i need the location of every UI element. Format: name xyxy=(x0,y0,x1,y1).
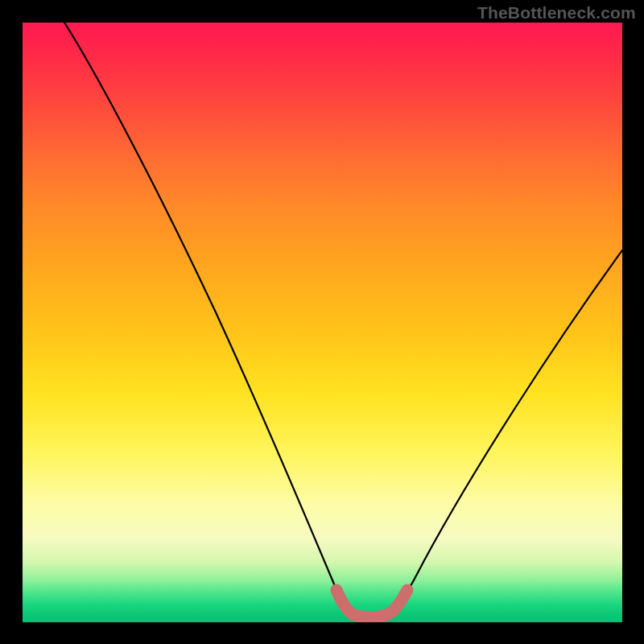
curve-layer xyxy=(23,23,622,622)
plot-area xyxy=(23,23,622,622)
chart-frame: TheBottleneck.com xyxy=(0,0,644,644)
bottleneck-curve-path xyxy=(64,23,622,617)
optimal-band-path xyxy=(336,590,407,617)
watermark-text: TheBottleneck.com xyxy=(477,3,636,23)
